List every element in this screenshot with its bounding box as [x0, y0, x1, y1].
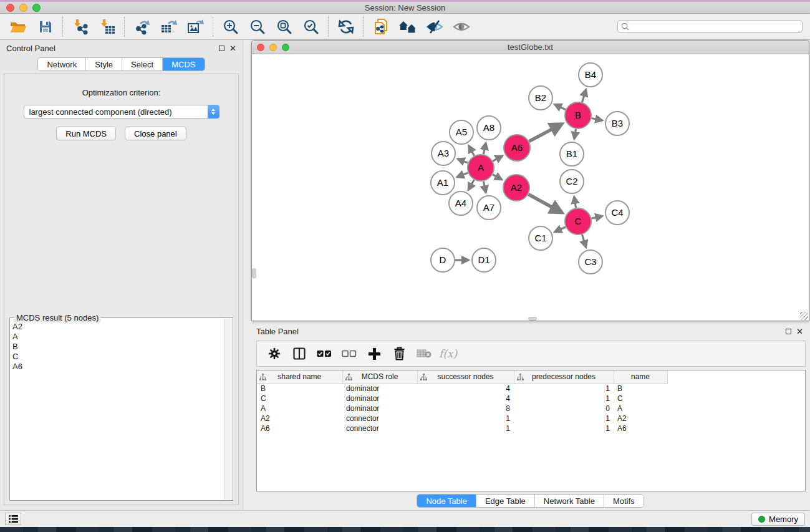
- cell-name[interactable]: A: [614, 404, 667, 414]
- cell-MCDS-role[interactable]: connector: [342, 414, 417, 423]
- hide-selected-button[interactable]: [421, 15, 448, 39]
- column-header-shared-name[interactable]: shared name: [257, 370, 342, 384]
- network-canvas[interactable]: AA1A2A3A4A5A6A7A8BB1B2B3B4CC1C2C3C4DD1: [252, 54, 809, 321]
- mcds-result-item[interactable]: A2: [11, 322, 224, 332]
- cell-predecessor-nodes[interactable]: 1: [514, 384, 614, 394]
- mcds-result-item[interactable]: A6: [11, 362, 224, 372]
- graph-edge-A-A3[interactable]: [458, 159, 468, 163]
- graph-edge-A-A2[interactable]: [493, 175, 502, 180]
- graph-edge-C-C1[interactable]: [554, 227, 566, 232]
- graph-node-C4[interactable]: C4: [605, 201, 629, 225]
- new-network-button[interactable]: [367, 15, 394, 39]
- cell-name[interactable]: B: [614, 384, 667, 394]
- select-all-button[interactable]: [313, 343, 335, 364]
- cell-MCDS-role[interactable]: dominator: [342, 384, 417, 394]
- table-settings-button[interactable]: [263, 343, 286, 364]
- search-field[interactable]: [617, 20, 803, 33]
- tab-edge-table[interactable]: Edge Table: [476, 495, 535, 507]
- graph-edge-A2-C[interactable]: [528, 195, 562, 213]
- cell-successor-nodes[interactable]: 4: [417, 384, 514, 394]
- import-table-button[interactable]: [94, 15, 120, 39]
- export-image-button[interactable]: [182, 15, 209, 39]
- horizontal-scrollbar-thumb[interactable]: [528, 317, 537, 321]
- tab-network[interactable]: Network: [38, 58, 86, 70]
- close-table-panel-icon[interactable]: ✕: [796, 329, 803, 334]
- column-header-successor-nodes[interactable]: successor nodes: [417, 370, 514, 384]
- cell-MCDS-role[interactable]: dominator: [342, 404, 417, 414]
- cell-successor-nodes[interactable]: 1: [417, 423, 514, 433]
- graph-edge-B-B3[interactable]: [592, 118, 602, 120]
- table-row[interactable]: Cdominator41C: [257, 394, 675, 404]
- open-session-button[interactable]: [5, 15, 32, 39]
- cell-successor-nodes[interactable]: 8: [417, 404, 514, 414]
- graph-node-B3[interactable]: B3: [605, 112, 629, 135]
- column-header-name[interactable]: name: [614, 370, 667, 384]
- graph-node-C2[interactable]: C2: [560, 170, 584, 193]
- graph-node-A3[interactable]: A3: [432, 142, 455, 165]
- cell-shared-name[interactable]: B: [257, 384, 342, 394]
- graph-edge-C-C2[interactable]: [574, 196, 576, 208]
- graph-node-B2[interactable]: B2: [529, 86, 552, 110]
- export-network-button[interactable]: [128, 15, 155, 39]
- graph-edge-A-A4[interactable]: [468, 180, 474, 190]
- float-table-panel-icon[interactable]: [786, 329, 791, 334]
- graph-node-A[interactable]: A: [468, 155, 494, 181]
- cell-name[interactable]: C: [614, 394, 667, 404]
- memory-button[interactable]: Memory: [751, 513, 805, 526]
- graph-edge-A-A8[interactable]: [483, 143, 486, 154]
- optimization-criterion-select[interactable]: largest connected component (directed): [24, 105, 219, 118]
- add-column-button[interactable]: [363, 343, 385, 364]
- mcds-result-item[interactable]: A: [11, 332, 224, 342]
- export-table-button[interactable]: [155, 15, 182, 39]
- apply-layout-button[interactable]: [332, 15, 359, 39]
- close-panel-button[interactable]: Close panel: [125, 127, 186, 140]
- zoom-out-button[interactable]: [244, 15, 271, 39]
- column-header-predecessor-nodes[interactable]: predecessor nodes: [514, 370, 614, 384]
- graph-node-B4[interactable]: B4: [579, 63, 602, 87]
- delete-column-button[interactable]: [388, 343, 410, 364]
- graph-node-A4[interactable]: A4: [449, 191, 473, 215]
- graph-edge-C-C4[interactable]: [591, 216, 602, 218]
- graph-edge-B-B4[interactable]: [582, 89, 586, 102]
- graph-node-B1[interactable]: B1: [560, 142, 584, 166]
- tab-select[interactable]: Select: [122, 58, 163, 70]
- function-builder-button[interactable]: f(x): [439, 347, 457, 360]
- run-mcds-button[interactable]: Run MCDS: [56, 127, 116, 140]
- graph-node-A2[interactable]: A2: [503, 175, 529, 201]
- zoom-in-button[interactable]: [217, 15, 244, 39]
- graph-node-A1[interactable]: A1: [431, 171, 455, 195]
- save-session-button[interactable]: [32, 15, 59, 39]
- tab-node-table[interactable]: Node Table: [417, 495, 476, 507]
- table-row[interactable]: Adominator80A: [257, 404, 675, 414]
- graph-edge-A-A5[interactable]: [469, 146, 475, 156]
- zoom-selected-button[interactable]: [297, 15, 324, 39]
- graph-node-A5[interactable]: A5: [450, 120, 473, 144]
- graph-node-D1[interactable]: D1: [472, 248, 496, 272]
- cell-name[interactable]: A6: [614, 423, 667, 433]
- show-column-button[interactable]: [288, 343, 311, 364]
- cell-predecessor-nodes[interactable]: 1: [514, 394, 614, 404]
- mcds-result-item[interactable]: C: [11, 352, 224, 362]
- cell-shared-name[interactable]: A2: [257, 414, 342, 423]
- graph-node-C1[interactable]: C1: [529, 226, 552, 250]
- zoom-fit-button[interactable]: [271, 15, 297, 39]
- graph-edge-B-B1[interactable]: [574, 129, 576, 139]
- tab-style[interactable]: Style: [86, 58, 122, 70]
- cell-shared-name[interactable]: A: [257, 404, 342, 414]
- task-history-button[interactable]: [5, 513, 21, 525]
- cell-MCDS-role[interactable]: dominator: [342, 394, 417, 404]
- graph-node-A6[interactable]: A6: [504, 135, 530, 161]
- search-input[interactable]: [629, 22, 799, 31]
- cell-predecessor-nodes[interactable]: 1: [514, 414, 614, 423]
- resize-grip[interactable]: [800, 312, 808, 320]
- tab-network-table[interactable]: Network Table: [535, 495, 604, 507]
- graph-edge-A-A7[interactable]: [483, 181, 486, 193]
- result-scrollbar[interactable]: [224, 319, 232, 500]
- cell-name[interactable]: A2: [614, 414, 667, 423]
- graph-node-B[interactable]: B: [565, 102, 591, 128]
- tab-motifs[interactable]: Motifs: [604, 495, 644, 507]
- cell-MCDS-role[interactable]: connector: [342, 423, 417, 433]
- table-row[interactable]: A2connector11A2: [257, 414, 675, 423]
- show-hidden-button[interactable]: [448, 15, 475, 39]
- graph-node-C[interactable]: C: [565, 208, 591, 235]
